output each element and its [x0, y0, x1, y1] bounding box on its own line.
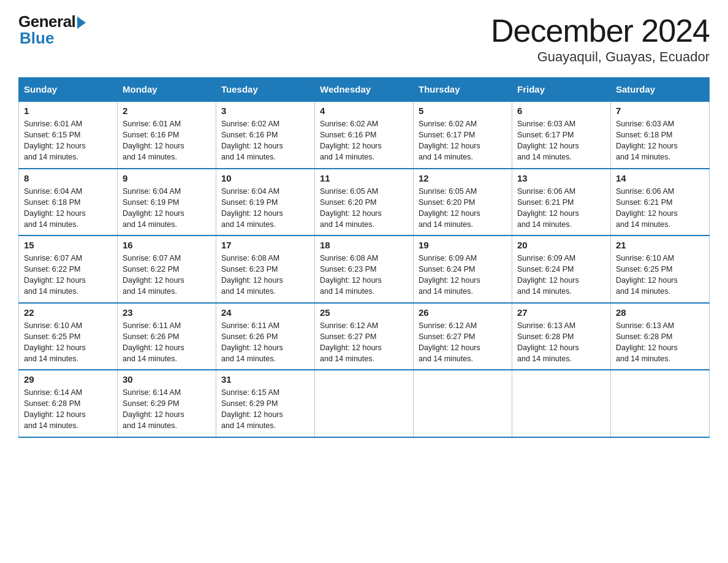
day-info: Sunrise: 6:14 AMSunset: 6:29 PMDaylight:… — [123, 387, 211, 432]
calendar-cell: 3 Sunrise: 6:02 AMSunset: 6:16 PMDayligh… — [216, 101, 315, 169]
calendar-cell: 1 Sunrise: 6:01 AMSunset: 6:15 PMDayligh… — [19, 101, 118, 169]
day-number: 2 — [123, 105, 211, 116]
day-number: 20 — [517, 240, 605, 250]
calendar-cell: 30 Sunrise: 6:14 AMSunset: 6:29 PMDaylig… — [118, 370, 216, 437]
day-number: 11 — [320, 173, 408, 183]
day-number: 18 — [320, 240, 408, 250]
calendar-cell: 28 Sunrise: 6:13 AMSunset: 6:28 PMDaylig… — [611, 303, 710, 370]
calendar-header-friday: Friday — [512, 78, 611, 102]
calendar-week-row: 1 Sunrise: 6:01 AMSunset: 6:15 PMDayligh… — [19, 101, 710, 169]
day-number: 8 — [24, 173, 112, 183]
day-info: Sunrise: 6:05 AMSunset: 6:20 PMDaylight:… — [419, 186, 507, 231]
day-info: Sunrise: 6:08 AMSunset: 6:23 PMDaylight:… — [221, 253, 309, 297]
day-number: 5 — [419, 105, 507, 116]
day-info: Sunrise: 6:04 AMSunset: 6:18 PMDaylight:… — [24, 186, 112, 231]
calendar-cell: 24 Sunrise: 6:11 AMSunset: 6:26 PMDaylig… — [216, 303, 315, 370]
calendar-cell — [414, 370, 512, 437]
day-number: 26 — [419, 307, 507, 318]
day-info: Sunrise: 6:07 AMSunset: 6:22 PMDaylight:… — [123, 253, 211, 297]
day-info: Sunrise: 6:02 AMSunset: 6:16 PMDaylight:… — [320, 118, 408, 163]
month-title: December 2024 — [491, 12, 710, 49]
day-number: 3 — [221, 105, 309, 116]
day-info: Sunrise: 6:11 AMSunset: 6:26 PMDaylight:… — [221, 320, 309, 365]
day-number: 24 — [221, 307, 309, 318]
calendar-cell: 19 Sunrise: 6:09 AMSunset: 6:24 PMDaylig… — [414, 236, 512, 303]
calendar-week-row: 22 Sunrise: 6:10 AMSunset: 6:25 PMDaylig… — [19, 303, 710, 370]
calendar-cell — [611, 370, 710, 437]
day-info: Sunrise: 6:13 AMSunset: 6:28 PMDaylight:… — [616, 320, 704, 365]
day-number: 30 — [123, 374, 211, 385]
calendar-header-wednesday: Wednesday — [315, 78, 414, 102]
calendar-cell: 20 Sunrise: 6:09 AMSunset: 6:24 PMDaylig… — [512, 236, 611, 303]
day-info: Sunrise: 6:11 AMSunset: 6:26 PMDaylight:… — [123, 320, 211, 365]
calendar-cell: 18 Sunrise: 6:08 AMSunset: 6:23 PMDaylig… — [315, 236, 414, 303]
day-number: 19 — [419, 240, 507, 250]
day-number: 4 — [320, 105, 408, 116]
calendar-header-saturday: Saturday — [611, 78, 710, 102]
day-number: 7 — [616, 105, 704, 116]
day-number: 22 — [24, 307, 112, 318]
logo: General Blue — [18, 12, 86, 48]
calendar-cell: 25 Sunrise: 6:12 AMSunset: 6:27 PMDaylig… — [315, 303, 414, 370]
calendar-cell: 15 Sunrise: 6:07 AMSunset: 6:22 PMDaylig… — [19, 236, 118, 303]
calendar-header-monday: Monday — [118, 78, 216, 102]
logo-triangle-icon — [77, 17, 86, 29]
day-info: Sunrise: 6:10 AMSunset: 6:25 PMDaylight:… — [24, 320, 112, 365]
calendar-cell: 10 Sunrise: 6:04 AMSunset: 6:19 PMDaylig… — [216, 169, 315, 236]
day-info: Sunrise: 6:15 AMSunset: 6:29 PMDaylight:… — [221, 387, 309, 432]
calendar-header-row: SundayMondayTuesdayWednesdayThursdayFrid… — [19, 78, 710, 102]
day-info: Sunrise: 6:12 AMSunset: 6:27 PMDaylight:… — [320, 320, 408, 365]
calendar-cell: 27 Sunrise: 6:13 AMSunset: 6:28 PMDaylig… — [512, 303, 611, 370]
day-info: Sunrise: 6:03 AMSunset: 6:18 PMDaylight:… — [616, 118, 704, 163]
calendar-cell: 26 Sunrise: 6:12 AMSunset: 6:27 PMDaylig… — [414, 303, 512, 370]
calendar-cell: 9 Sunrise: 6:04 AMSunset: 6:19 PMDayligh… — [118, 169, 216, 236]
day-info: Sunrise: 6:10 AMSunset: 6:25 PMDaylight:… — [616, 253, 704, 297]
day-number: 17 — [221, 240, 309, 250]
calendar-cell: 12 Sunrise: 6:05 AMSunset: 6:20 PMDaylig… — [414, 169, 512, 236]
logo-blue-text: Blue — [20, 29, 54, 48]
day-info: Sunrise: 6:06 AMSunset: 6:21 PMDaylight:… — [616, 186, 704, 231]
location-subtitle: Guayaquil, Guayas, Ecuador — [491, 49, 710, 65]
day-info: Sunrise: 6:04 AMSunset: 6:19 PMDaylight:… — [221, 186, 309, 231]
day-number: 13 — [517, 173, 605, 183]
day-info: Sunrise: 6:09 AMSunset: 6:24 PMDaylight:… — [419, 253, 507, 297]
day-number: 16 — [123, 240, 211, 250]
calendar-header-thursday: Thursday — [414, 78, 512, 102]
calendar-cell: 16 Sunrise: 6:07 AMSunset: 6:22 PMDaylig… — [118, 236, 216, 303]
day-info: Sunrise: 6:02 AMSunset: 6:17 PMDaylight:… — [419, 118, 507, 163]
calendar-table: SundayMondayTuesdayWednesdayThursdayFrid… — [18, 77, 710, 438]
day-number: 21 — [616, 240, 704, 250]
calendar-week-row: 15 Sunrise: 6:07 AMSunset: 6:22 PMDaylig… — [19, 236, 710, 303]
calendar-cell: 23 Sunrise: 6:11 AMSunset: 6:26 PMDaylig… — [118, 303, 216, 370]
calendar-week-row: 8 Sunrise: 6:04 AMSunset: 6:18 PMDayligh… — [19, 169, 710, 236]
day-number: 25 — [320, 307, 408, 318]
day-info: Sunrise: 6:13 AMSunset: 6:28 PMDaylight:… — [517, 320, 605, 365]
day-number: 27 — [517, 307, 605, 318]
calendar-cell: 6 Sunrise: 6:03 AMSunset: 6:17 PMDayligh… — [512, 101, 611, 169]
day-info: Sunrise: 6:03 AMSunset: 6:17 PMDaylight:… — [517, 118, 605, 163]
calendar-cell — [315, 370, 414, 437]
day-number: 31 — [221, 374, 309, 385]
day-info: Sunrise: 6:14 AMSunset: 6:28 PMDaylight:… — [24, 387, 112, 432]
day-number: 9 — [123, 173, 211, 183]
day-number: 29 — [24, 374, 112, 385]
calendar-cell: 2 Sunrise: 6:01 AMSunset: 6:16 PMDayligh… — [118, 101, 216, 169]
calendar-cell: 13 Sunrise: 6:06 AMSunset: 6:21 PMDaylig… — [512, 169, 611, 236]
calendar-cell: 29 Sunrise: 6:14 AMSunset: 6:28 PMDaylig… — [19, 370, 118, 437]
day-number: 1 — [24, 105, 112, 116]
day-info: Sunrise: 6:09 AMSunset: 6:24 PMDaylight:… — [517, 253, 605, 297]
calendar-cell: 4 Sunrise: 6:02 AMSunset: 6:16 PMDayligh… — [315, 101, 414, 169]
calendar-cell: 11 Sunrise: 6:05 AMSunset: 6:20 PMDaylig… — [315, 169, 414, 236]
calendar-cell — [512, 370, 611, 437]
day-number: 10 — [221, 173, 309, 183]
day-info: Sunrise: 6:12 AMSunset: 6:27 PMDaylight:… — [419, 320, 507, 365]
day-number: 14 — [616, 173, 704, 183]
day-number: 12 — [419, 173, 507, 183]
calendar-cell: 14 Sunrise: 6:06 AMSunset: 6:21 PMDaylig… — [611, 169, 710, 236]
calendar-cell: 17 Sunrise: 6:08 AMSunset: 6:23 PMDaylig… — [216, 236, 315, 303]
page-header: General Blue December 2024 Guayaquil, Gu… — [18, 12, 710, 65]
title-area: December 2024 Guayaquil, Guayas, Ecuador — [491, 12, 710, 65]
day-number: 28 — [616, 307, 704, 318]
day-info: Sunrise: 6:07 AMSunset: 6:22 PMDaylight:… — [24, 253, 112, 297]
day-info: Sunrise: 6:06 AMSunset: 6:21 PMDaylight:… — [517, 186, 605, 231]
